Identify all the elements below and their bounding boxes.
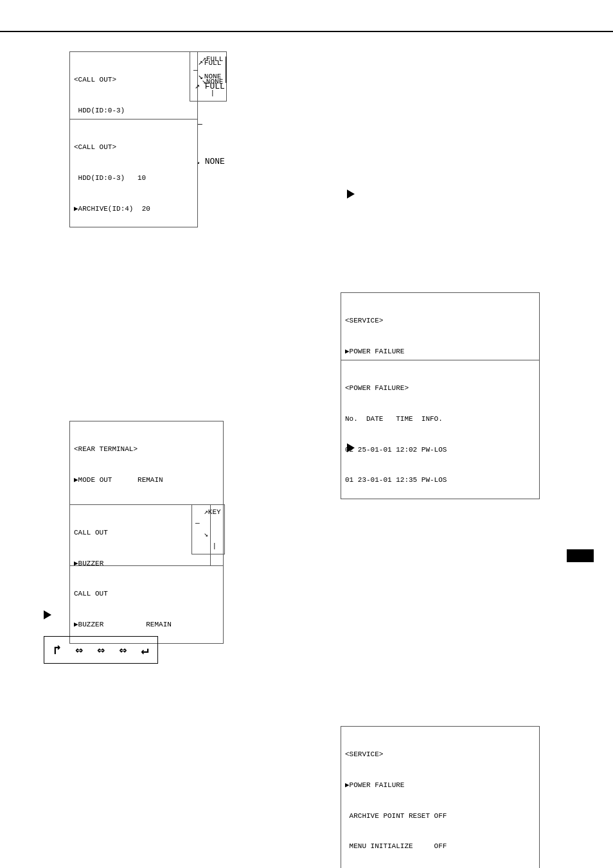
pf-line2: No. DATE TIME INFO.: [345, 414, 535, 425]
nav-bar[interactable]: ↱ ⇔ ⇔ ⇔ ↵: [44, 636, 158, 664]
svc2-line1: <SERVICE>: [345, 750, 535, 760]
box1-line2: HDD(ID:0-3): [74, 106, 193, 116]
rt-line2: ▶MODE OUT REMAIN: [74, 475, 219, 486]
selector-box-1: ↗FULL ─ ↘NONE |: [190, 51, 227, 102]
box1-line1: <CALL OUT>: [74, 75, 193, 85]
pf-line3: 02 25-01-01 12:02 PW-LOS: [345, 445, 535, 456]
br-line2: ▶BUZZER REMAIN: [74, 620, 219, 630]
bk-line1: CALL OUT: [74, 528, 206, 538]
arrow-right-3: [44, 610, 51, 622]
top-rule: [0, 31, 613, 32]
br-line1: CALL OUT: [74, 589, 219, 599]
box-call-out-2: <CALL OUT> HDD(ID:0-3) 10 ▶ARCHIVE(ID:4)…: [69, 119, 198, 227]
svc2-line4: MENU INITIALIZE OFF: [345, 842, 535, 852]
svc2-line2: ▶POWER FAILURE: [345, 781, 535, 791]
box-service-2: <SERVICE> ▶POWER FAILURE ARCHIVE POINT R…: [341, 726, 540, 868]
svc2-line3: ARCHIVE POINT RESET OFF: [345, 811, 535, 822]
arrow-right-1: [347, 190, 355, 201]
nav-dbl-2[interactable]: ⇔: [97, 642, 105, 658]
selector-box-key: ↗KEY ─ ↘ |: [191, 504, 225, 554]
nav-back: ↵: [141, 642, 148, 658]
box2-line1: <CALL OUT>: [74, 143, 193, 153]
nav-arrow-turn: ↱: [53, 642, 61, 658]
svc1-line2: ▶POWER FAILURE: [345, 347, 535, 357]
black-indicator: [567, 549, 594, 562]
nav-dbl-1[interactable]: ⇔: [75, 642, 83, 658]
pf-line4: 01 23-01-01 12:35 PW-LOS: [345, 475, 535, 486]
pf-line1: <POWER FAILURE>: [345, 384, 535, 394]
box-power-failure: <POWER FAILURE> No. DATE TIME INFO. 02 2…: [341, 360, 540, 499]
box2-line3: ▶ARCHIVE(ID:4) 20: [74, 204, 193, 215]
nav-dbl-3[interactable]: ⇔: [119, 642, 127, 658]
svc1-line1: <SERVICE>: [345, 316, 535, 326]
arrow-right-2: [347, 443, 355, 455]
box2-line2: HDD(ID:0-3) 10: [74, 173, 193, 184]
rt-line1: <REAR TERMINAL>: [74, 445, 219, 455]
box-buzzer-remain: CALL OUT ▶BUZZER REMAIN: [69, 565, 224, 644]
